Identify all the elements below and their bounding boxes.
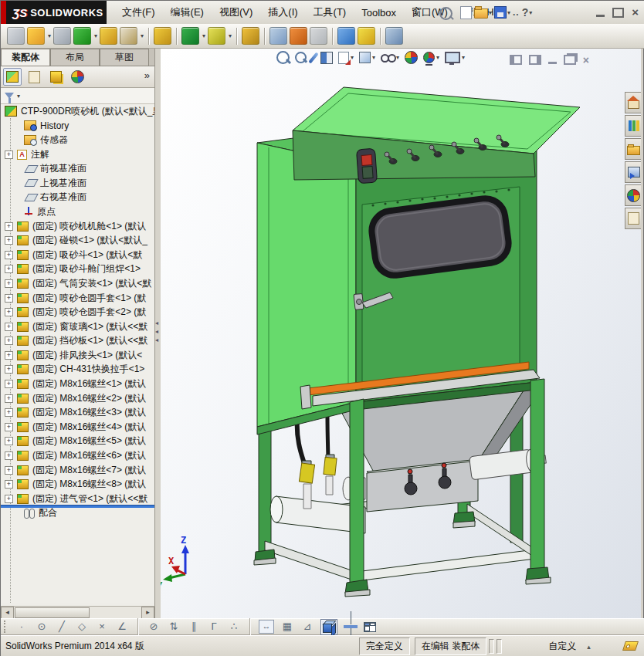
dropdown-caret-icon[interactable]: ▾: [436, 54, 439, 61]
four-viewport-icon[interactable]: [364, 622, 378, 632]
scroll-right-button[interactable]: ▸: [141, 607, 154, 619]
tree-row[interactable]: 上视基准面: [1, 176, 154, 191]
sketch-fillet-icon[interactable]: ∠: [115, 620, 129, 634]
expand-icon[interactable]: +: [5, 351, 13, 360]
tree-row[interactable]: +(固定) 气筒安装<1> (默认<默: [1, 276, 154, 291]
filter-icon[interactable]: [5, 93, 14, 99]
tree-row[interactable]: +(固定) M8x16螺丝<6> (默认: [1, 448, 154, 463]
section-view-icon[interactable]: [320, 52, 333, 64]
display-style-icon[interactable]: ▾: [359, 52, 375, 63]
tree-row[interactable]: +(固定) M8x16螺丝<8> (默认: [1, 477, 154, 492]
tree-row[interactable]: +(固定) CH-431快换拉手<1>: [1, 363, 154, 377]
tree-row[interactable]: +(固定) 窗玻璃<1> (默认<<默: [1, 320, 154, 334]
zoom-to-fit-icon[interactable]: [276, 51, 290, 64]
expand-icon[interactable]: +: [5, 251, 13, 259]
trim-entities-icon[interactable]: ×: [95, 620, 109, 634]
expand-icon[interactable]: +: [5, 394, 13, 403]
appearances-scenes-icon[interactable]: [625, 184, 641, 206]
tree-row[interactable]: +(固定) 碰锁<1> (默认<默认_: [1, 233, 154, 248]
expand-icon[interactable]: +: [5, 480, 13, 489]
tree-row[interactable]: +(固定) 吸砂斗<1> (默认<默: [1, 248, 154, 262]
tree-row[interactable]: +(固定) M8x16螺丝<1> (默认: [1, 377, 154, 391]
tree-row[interactable]: +(固定) M8x16螺丝<4> (默认: [1, 420, 154, 435]
design-library-icon[interactable]: [625, 115, 641, 137]
expand-icon[interactable]: +: [5, 451, 13, 460]
tab-布局[interactable]: 布局: [50, 49, 100, 66]
apply-scene-icon[interactable]: ▾: [423, 52, 439, 63]
pin-panel-right-icon[interactable]: [529, 55, 541, 65]
dropdown-caret-icon[interactable]: ▾: [462, 54, 465, 61]
help-icon[interactable]: ?▾: [522, 6, 533, 19]
line-icon[interactable]: ╱: [55, 620, 69, 634]
tree-row[interactable]: 前视基准面: [1, 161, 154, 176]
tree-row[interactable]: +(固定) 吸砂斗舱门组焊<1>: [1, 262, 154, 277]
tree-row[interactable]: +(固定) 喷砂仓圆手套<2> (默: [1, 305, 154, 320]
tree-row[interactable]: +(固定) 进气管<1> (默认<<默: [1, 492, 154, 506]
file-explorer-icon[interactable]: [625, 138, 641, 160]
zoom-to-area-icon[interactable]: [295, 52, 307, 63]
expand-icon[interactable]: +: [5, 466, 13, 475]
offset-entities-icon[interactable]: ∥: [187, 620, 201, 634]
minimize-document-icon[interactable]: [548, 62, 557, 64]
tree-row[interactable]: 传感器: [1, 133, 154, 147]
reference-geometry-icon[interactable]: [208, 27, 225, 45]
close-document-icon[interactable]: ×: [583, 56, 589, 65]
tree-row[interactable]: +(固定) 喷砂仓圆手套<1> (默: [1, 291, 154, 306]
expand-icon[interactable]: +: [5, 279, 13, 288]
attachments-icon[interactable]: [53, 27, 71, 45]
rebuild-check-icon[interactable]: [358, 27, 375, 45]
tab-装配体[interactable]: 装配体: [1, 49, 50, 66]
expand-icon[interactable]: +: [5, 236, 13, 245]
expand-icon[interactable]: +: [5, 294, 13, 303]
dropdown-caret-icon[interactable]: ▾: [396, 54, 399, 61]
expand-icon[interactable]: +: [5, 437, 13, 445]
menu-插入(I)[interactable]: 插入(I): [261, 2, 304, 22]
disabled-tool-icon[interactable]: [310, 27, 327, 45]
expand-icon[interactable]: +: [5, 323, 13, 331]
dropdown-caret-icon[interactable]: ▾: [48, 32, 51, 39]
search-icon[interactable]: [439, 7, 452, 20]
configuration-manager-icon[interactable]: [46, 68, 65, 86]
preview-window-icon[interactable]: [269, 27, 287, 45]
more-options-icon[interactable]: ..: [513, 7, 520, 18]
point-icon[interactable]: ·: [15, 620, 29, 634]
menu-编辑(E)[interactable]: 编辑(E): [164, 2, 211, 22]
tree-row[interactable]: +A注解: [1, 147, 154, 162]
menu-工具(T)[interactable]: 工具(T): [307, 2, 354, 22]
construction-geometry-icon[interactable]: ∴: [227, 620, 241, 634]
mate-icon[interactable]: [73, 27, 91, 45]
dropdown-caret-icon[interactable]: ▾: [351, 54, 354, 61]
display-manager-icon[interactable]: [68, 68, 86, 86]
property-manager-icon[interactable]: [25, 68, 43, 86]
expand-icon[interactable]: +: [5, 308, 13, 316]
expand-icon[interactable]: +: [5, 150, 13, 159]
custom-menu-label[interactable]: 自定义: [548, 640, 576, 653]
tree-row[interactable]: +(固定) 排风接头<1> (默认<: [1, 348, 154, 363]
view-settings-icon[interactable]: ▾: [445, 52, 465, 63]
polygon-icon[interactable]: ◇: [75, 620, 89, 634]
filter-caret-icon[interactable]: ▾: [17, 93, 20, 100]
expand-icon[interactable]: +: [5, 365, 13, 374]
dropdown-caret-icon[interactable]: ▾: [229, 32, 232, 39]
smart-fasteners-icon[interactable]: [100, 27, 117, 45]
exploded-view-icon[interactable]: [181, 27, 199, 45]
assembly-features-icon[interactable]: [154, 27, 171, 45]
scroll-left-button[interactable]: ◂: [1, 607, 14, 619]
view-orientation-icon[interactable]: ▾: [338, 52, 354, 64]
shaded-3d-view-icon[interactable]: [320, 619, 337, 635]
expand-icon[interactable]: +: [5, 423, 13, 431]
tree-row[interactable]: +(固定) M8x16螺丝<7> (默认: [1, 463, 154, 478]
minimize-button[interactable]: [596, 15, 605, 17]
open-document-icon[interactable]: ▾: [474, 6, 492, 19]
angle-snap-icon[interactable]: ⊿: [300, 620, 314, 634]
expand-icon[interactable]: +: [5, 495, 13, 503]
dropdown-caret-icon[interactable]: ▾: [141, 32, 144, 39]
expand-icon[interactable]: +: [5, 222, 13, 231]
close-button[interactable]: ×: [632, 8, 639, 16]
add-relation-icon[interactable]: ⊘: [147, 620, 161, 634]
view-palette-icon[interactable]: [625, 161, 641, 183]
tab-草图[interactable]: 草图: [100, 49, 149, 66]
smart-dimension-icon[interactable]: ↔: [259, 620, 274, 634]
measure-icon[interactable]: [337, 27, 355, 45]
tree-row[interactable]: +(固定) 喷砂机机舱<1> (默认: [1, 219, 154, 234]
